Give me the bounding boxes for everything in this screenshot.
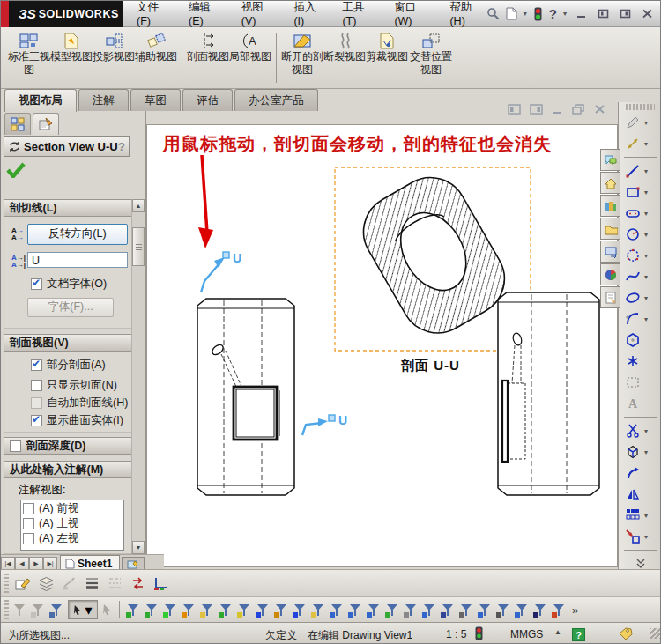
filter-vertices-icon[interactable] — [126, 603, 141, 618]
filter-balloons-icon[interactable] — [441, 603, 456, 618]
document-font-checkbox[interactable] — [31, 278, 42, 290]
filter-center-marks-icon[interactable] — [330, 603, 345, 618]
cut-line-top[interactable]: U — [201, 251, 241, 292]
side-drawing-view[interactable] — [498, 292, 599, 495]
menu-file[interactable]: 文件(F) — [137, 0, 172, 27]
scroll-up-icon[interactable]: ▲ — [132, 199, 145, 212]
dropdown-icon[interactable]: ▾ — [644, 273, 648, 281]
menu-view[interactable]: 视图(V) — [241, 0, 278, 27]
group-header-section-view[interactable]: 剖面视图(V) — [4, 334, 132, 352]
filter-hatches-icon[interactable] — [478, 603, 493, 618]
document-font-option[interactable]: 文档字体(O) — [31, 277, 107, 292]
tab-sketch[interactable]: 草图 — [130, 89, 181, 111]
crop-view-button[interactable]: 剪裁视图 — [366, 32, 408, 63]
more-filters-icon[interactable]: » — [572, 603, 578, 617]
projected-view-button[interactable]: 投影视图 — [93, 32, 135, 63]
show-surface-bodies-checkbox[interactable] — [31, 415, 42, 426]
select-other-icon[interactable] — [101, 603, 113, 616]
toolbar-grip[interactable] — [4, 600, 9, 619]
corner-rectangle-button[interactable]: ▾ — [619, 181, 661, 203]
close-button[interactable] — [639, 7, 655, 21]
filter-faces-icon[interactable] — [163, 603, 178, 618]
comments-icon[interactable] — [600, 149, 620, 171]
filter-dimensions-icon[interactable] — [219, 603, 234, 618]
display-only-cut-option[interactable]: 只显示切面(N) — [31, 378, 117, 393]
filter-weld-beads-icon[interactable] — [552, 603, 567, 618]
menu-window[interactable]: 窗口(W) — [394, 0, 433, 27]
section-view-u-u[interactable] — [350, 164, 518, 346]
layer-properties-icon[interactable] — [38, 576, 55, 591]
show-surface-bodies-option[interactable]: 显示曲面实体(I) — [31, 413, 123, 428]
edit-sheet-format-icon[interactable] — [15, 576, 32, 591]
filter-off-icon[interactable] — [12, 603, 27, 618]
trim-entities-button[interactable]: ▾ — [619, 420, 661, 441]
dropdown-icon[interactable]: ▾ — [644, 512, 648, 520]
dropdown-icon[interactable]: ▾ — [644, 533, 648, 541]
smart-dimension-button[interactable]: ▾ — [619, 133, 661, 154]
reverse-direction-icon[interactable] — [130, 576, 146, 591]
view-palette-icon[interactable] — [600, 241, 620, 263]
toolbar-grip[interactable] — [4, 574, 9, 593]
new-document-dropdown-icon[interactable]: ▾ — [524, 10, 527, 18]
dropdown-icon[interactable]: ▾ — [644, 231, 648, 239]
pane-left-icon[interactable] — [508, 104, 521, 115]
grid-origin-icon[interactable] — [152, 576, 169, 591]
filter-all-icon[interactable] — [31, 603, 46, 618]
resize-grip[interactable] — [650, 628, 660, 639]
text-button[interactable]: A — [619, 393, 661, 414]
sketch-button[interactable]: ▾ — [619, 112, 661, 133]
point-button[interactable] — [619, 351, 661, 372]
convert-entities-button[interactable]: ▾ — [619, 441, 661, 463]
group-header-import-annotations[interactable]: 从此处输入注解(M) — [4, 461, 132, 478]
toggle-filters-icon[interactable] — [49, 603, 64, 618]
tag-icon[interactable] — [618, 626, 633, 640]
auto-hatch-checkbox[interactable] — [31, 397, 42, 409]
cut-line-bottom[interactable]: U — [302, 413, 347, 435]
list-item-front-view[interactable]: (A) 前视 — [23, 501, 122, 516]
doc-restore-icon[interactable] — [572, 104, 585, 115]
menu-help[interactable]: 帮助(H) — [449, 0, 486, 27]
spline-button[interactable]: ▾ — [619, 266, 661, 287]
doc-close-icon[interactable] — [594, 104, 605, 115]
dropdown-icon[interactable]: ▾ — [644, 140, 648, 148]
line-color-icon[interactable] — [61, 576, 78, 591]
move-entities-button[interactable]: ▾ — [619, 526, 661, 547]
dropdown-icon[interactable]: ▾ — [644, 119, 648, 127]
toolbar-grip[interactable] — [626, 104, 655, 110]
filter-surface-bodies-icon[interactable] — [200, 603, 215, 618]
appearances-icon[interactable] — [600, 263, 620, 285]
pm-help-icon[interactable]: ? — [118, 140, 125, 153]
standard-3-views-button[interactable]: 标准三视图 — [8, 32, 50, 77]
doc-minimize-icon[interactable] — [552, 104, 563, 115]
property-manager-tab-icon[interactable] — [33, 113, 59, 135]
filter-weld-symbols-icon[interactable] — [385, 603, 400, 618]
filter-datum-targets-icon[interactable] — [515, 603, 530, 618]
filter-sketch-segments-icon[interactable] — [293, 603, 308, 618]
filter-edges-icon[interactable] — [145, 603, 160, 618]
filter-sketches-icon[interactable] — [274, 603, 289, 618]
menu-insert[interactable]: 插入(I) — [293, 0, 325, 27]
perimeter-circle-button[interactable]: ▾ — [619, 245, 661, 266]
auxiliary-view-button[interactable]: 辅助视图 — [135, 32, 177, 63]
line-style-icon[interactable] — [107, 576, 123, 591]
rebuild-traffic-light-icon[interactable] — [533, 7, 543, 21]
filter-dimension-arrows-icon[interactable] — [367, 603, 382, 618]
restore-button[interactable] — [617, 7, 633, 21]
scrollbar-thumb[interactable] — [132, 227, 145, 266]
drawing-canvas[interactable]: 用鼠标拖动，剖切面会移动，剖的特征也会消失 剖面 U-U — [146, 124, 618, 567]
menu-tools[interactable]: 工具(T) — [342, 0, 377, 27]
annotation-views-list[interactable]: (A) 前视 (A) 上视 (A) 左视 — [20, 500, 124, 551]
filter-datums-icon[interactable] — [496, 603, 511, 618]
feature-manager-tab-icon[interactable] — [4, 113, 31, 135]
linear-sketch-pattern-button[interactable]: ▾ — [619, 505, 661, 526]
dropdown-icon[interactable]: ▾ — [644, 252, 648, 260]
circle-button[interactable]: ▾ — [619, 224, 661, 245]
broken-out-section-button[interactable]: 断开的剖视图 — [281, 32, 323, 77]
list-item-top-view[interactable]: (A) 上视 — [23, 516, 122, 531]
file-explorer-icon[interactable] — [600, 218, 620, 240]
construction-geometry-button[interactable] — [619, 372, 661, 393]
filter-midpoints-icon[interactable] — [311, 603, 326, 618]
custom-properties-icon[interactable] — [600, 286, 620, 308]
section-label-input[interactable]: U — [27, 252, 128, 268]
filter-blocks-icon[interactable] — [533, 603, 548, 618]
